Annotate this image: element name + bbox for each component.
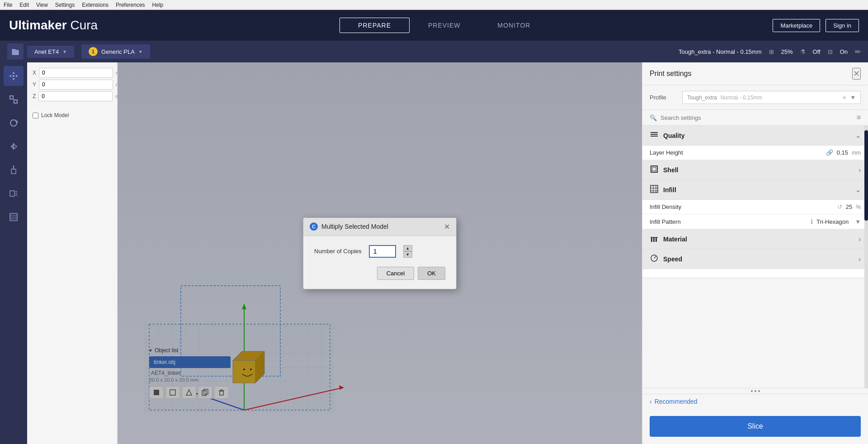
sidebar-support-tool[interactable] xyxy=(4,160,24,180)
menu-extensions[interactable]: Extensions xyxy=(82,2,108,8)
left-sidebar xyxy=(0,62,27,444)
svg-rect-45 xyxy=(651,132,658,133)
profile-select[interactable]: Tough_extra Normal - 0.15mm ★ ▼ xyxy=(682,91,861,104)
infill-density-reset-icon[interactable]: ↺ xyxy=(837,203,842,210)
sidebar-per-model-settings[interactable] xyxy=(4,184,24,203)
search-row: 🔍 ≡ xyxy=(642,110,868,126)
slice-btn-container: Slice xyxy=(642,409,868,444)
copies-increment[interactable]: ▲ xyxy=(403,245,412,251)
search-input[interactable] xyxy=(660,114,853,121)
ok-button[interactable]: OK xyxy=(418,267,445,280)
menu-settings[interactable]: Settings xyxy=(55,2,75,8)
filament-badge: 1 xyxy=(89,47,98,56)
settings-scrollbar-thumb[interactable] xyxy=(864,130,868,221)
dot-3 xyxy=(758,390,760,392)
slice-button[interactable]: Slice xyxy=(650,416,861,437)
svg-marker-0 xyxy=(12,71,15,74)
recommended-button[interactable]: ‹ Recommended xyxy=(642,394,868,409)
viewport[interactable]: ▾ Object list tinker.obj AET4_tinker 20.… xyxy=(118,62,642,444)
infill-pattern-label: Infill Pattern xyxy=(650,218,811,225)
infill-pattern-info-icon[interactable]: ℹ xyxy=(811,218,813,225)
material-label: Material xyxy=(663,236,687,243)
tab-monitor[interactable]: MONITOR xyxy=(479,18,549,33)
sidebar-scale-tool[interactable] xyxy=(4,90,24,109)
lock-model-label[interactable]: Lock Model xyxy=(41,112,69,118)
svg-rect-49 xyxy=(652,167,656,171)
copies-label: Number of Copies xyxy=(314,248,362,255)
toolbar-right: Tough_extra - Normal - 0.15mm ⊞ 25% ⚗ Of… xyxy=(679,47,861,56)
svg-rect-57 xyxy=(656,237,657,242)
sidebar-move-tool[interactable] xyxy=(4,66,24,86)
speed-section-header[interactable]: Speed › xyxy=(642,249,868,269)
settings-icon[interactable]: ✏ xyxy=(855,47,861,56)
speed-section-label: Speed xyxy=(650,254,682,264)
x-coord-row: X mm xyxy=(33,68,112,78)
shell-section-label: Shell xyxy=(650,165,678,175)
quality-section-header[interactable]: Quality ⌄ xyxy=(642,126,868,146)
x-input[interactable] xyxy=(39,68,113,78)
marketplace-button[interactable]: Marketplace xyxy=(773,19,820,32)
y-input[interactable] xyxy=(39,80,113,90)
speed-chevron-icon: › xyxy=(859,255,861,263)
sidebar-rotate-tool[interactable] xyxy=(4,113,24,133)
support-label: Off xyxy=(813,48,821,55)
filament-selector[interactable]: 1 Generic PLA ▼ xyxy=(81,44,150,59)
settings-more-menu xyxy=(642,388,868,394)
menu-icon[interactable]: ≡ xyxy=(857,113,861,122)
menu-view[interactable]: View xyxy=(36,2,48,8)
layer-height-link-icon[interactable]: 🔗 xyxy=(826,149,833,156)
infill-pattern-chevron[interactable]: ▼ xyxy=(855,218,861,225)
shell-section-header[interactable]: Shell › xyxy=(642,160,868,180)
tab-prepare[interactable]: PREPARE xyxy=(340,18,410,33)
signin-button[interactable]: Sign in xyxy=(826,19,859,32)
profile-display: Tough_extra - Normal - 0.15mm xyxy=(679,48,762,55)
menu-edit[interactable]: Edit xyxy=(19,2,29,8)
cancel-button[interactable]: Cancel xyxy=(377,267,414,280)
dialog-title-bar: C Multiply Selected Model ✕ xyxy=(303,218,456,236)
print-settings-title: Print settings xyxy=(650,70,691,78)
sidebar-mirror-tool[interactable] xyxy=(4,137,24,156)
z-coord-row: Z mm xyxy=(33,91,112,101)
menu-help[interactable]: Help xyxy=(152,2,164,8)
cura-icon: C xyxy=(310,222,318,231)
material-icon xyxy=(650,234,659,244)
speed-icon xyxy=(650,254,659,264)
infill-label: Infill xyxy=(663,186,676,194)
material-section-header[interactable]: Material › xyxy=(642,229,868,249)
svg-rect-6 xyxy=(14,100,17,103)
infill-density-unit: % xyxy=(856,204,861,210)
tab-preview[interactable]: PREVIEW xyxy=(410,18,479,33)
copies-input[interactable] xyxy=(369,245,396,258)
machine-selector[interactable]: Anet ET4 ▼ xyxy=(27,46,74,58)
profile-star-icon[interactable]: ★ xyxy=(842,94,847,101)
profile-name-sub: Normal - 0.15mm xyxy=(721,94,763,101)
multiply-dialog: C Multiply Selected Model ✕ Number of Co… xyxy=(303,217,457,289)
print-settings-header: Print settings ✕ xyxy=(642,62,868,85)
settings-more-rows xyxy=(642,269,868,278)
menu-file[interactable]: File xyxy=(4,2,12,8)
layer-height-label: Layer Height xyxy=(650,149,826,156)
svg-rect-48 xyxy=(651,166,657,172)
copies-decrement[interactable]: ▼ xyxy=(403,251,412,258)
quality-chevron-icon: ⌄ xyxy=(855,132,861,139)
infill-section-header[interactable]: Infill ⌄ xyxy=(642,180,868,200)
infill-density-row: Infill Density ↺ 25 % xyxy=(642,200,868,214)
svg-marker-10 xyxy=(10,144,14,149)
open-file-button[interactable] xyxy=(7,43,24,60)
svg-rect-15 xyxy=(10,191,14,196)
menubar: File Edit View Settings Extensions Prefe… xyxy=(0,0,868,10)
menu-preferences[interactable]: Preferences xyxy=(116,2,145,8)
dialog-close-button[interactable]: ✕ xyxy=(444,222,450,231)
sidebar-slice-view[interactable] xyxy=(4,207,24,227)
print-settings-close[interactable]: ✕ xyxy=(852,68,861,80)
recommended-chevron-icon: ‹ xyxy=(650,398,652,405)
z-input[interactable] xyxy=(38,91,113,101)
svg-rect-46 xyxy=(651,134,658,135)
right-panel: Print settings ✕ Profile Tough_extra Nor… xyxy=(642,62,868,444)
app-title: Ultimaker Cura xyxy=(9,18,98,33)
settings-scrollbar-track xyxy=(864,126,868,388)
infill-pattern-value: Tri-Hexagon xyxy=(816,218,849,225)
dialog-buttons: Cancel OK xyxy=(314,267,445,280)
lock-model-checkbox[interactable] xyxy=(33,113,38,118)
dialog-title: C Multiply Selected Model xyxy=(310,222,388,231)
